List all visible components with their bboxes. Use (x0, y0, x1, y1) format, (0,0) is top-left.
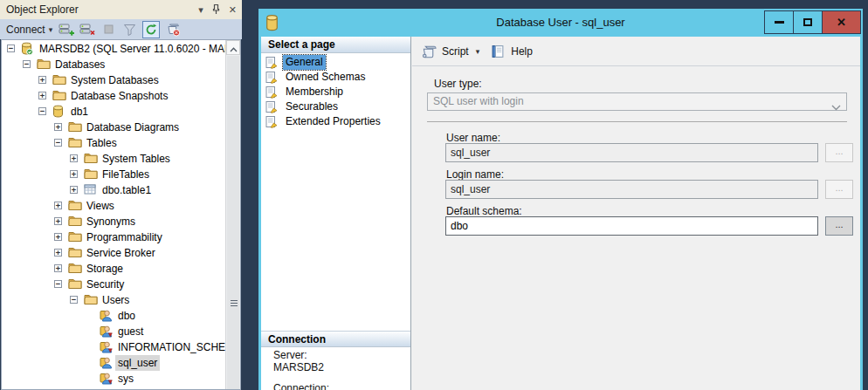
collapse-icon[interactable]: − (54, 280, 62, 288)
tree-item-label[interactable]: Programmability (84, 229, 165, 245)
tree-item-label[interactable]: db1 (68, 104, 91, 120)
maximize-button[interactable] (793, 10, 823, 34)
tree-item-label[interactable]: Tables (84, 135, 120, 151)
collapse-icon[interactable]: − (7, 44, 15, 52)
user-type-dropdown[interactable]: SQL user with login (427, 92, 847, 111)
expand-icon[interactable]: + (54, 264, 62, 272)
expand-icon[interactable]: + (38, 76, 46, 84)
tree-item-label[interactable]: sql_user (115, 355, 160, 371)
tree-item-label[interactable]: guest (115, 324, 146, 339)
tree-item-marsdb2-sql-server-11-0-6020-marsd[interactable]: −MARSDB2 (SQL Server 11.0.6020 - MARSD (2, 41, 226, 57)
collapse-icon[interactable]: − (54, 139, 62, 147)
tree-item-label[interactable]: Databases (52, 57, 107, 72)
page-item-membership[interactable]: Membership (261, 85, 410, 99)
tree-item-label[interactable]: System Databases (68, 72, 162, 88)
dialog-titlebar[interactable]: Database User - sql_user ✕ (258, 9, 863, 37)
window-position-icon[interactable]: ▾ (198, 5, 203, 15)
minimize-button[interactable] (764, 10, 794, 34)
connect-button[interactable]: Connect ▾ (6, 24, 52, 36)
tree-item-filetables[interactable]: +FileTables (2, 167, 226, 182)
tree-item-label[interactable]: Database Diagrams (84, 120, 182, 135)
page-item-label[interactable]: Securables (283, 99, 341, 114)
tree-item-service-broker[interactable]: +Service Broker (2, 245, 226, 261)
disconnect-server-icon[interactable] (79, 22, 95, 38)
pin-icon[interactable] (211, 3, 221, 17)
expand-icon[interactable]: + (70, 154, 78, 162)
expand-icon[interactable]: + (38, 92, 46, 99)
login-name-input[interactable] (445, 180, 818, 199)
tree-item-label[interactable]: Users (100, 292, 132, 308)
minimize-icon (775, 21, 784, 24)
collapse-icon[interactable]: − (38, 107, 46, 115)
collapse-icon[interactable]: − (23, 60, 31, 68)
filter-icon[interactable] (121, 22, 137, 38)
tree-item-storage[interactable]: +Storage (2, 261, 226, 277)
close-icon[interactable]: ✕ (229, 5, 237, 15)
tree-item-label[interactable]: Database Snapshots (68, 88, 170, 104)
tree-item-tables[interactable]: −Tables (2, 135, 226, 151)
page-item-general[interactable]: General (261, 55, 410, 70)
scrollbar-thumb[interactable] (227, 56, 239, 389)
page-item-label[interactable]: Owned Schemas (283, 70, 368, 85)
expand-icon[interactable]: + (54, 123, 62, 131)
page-item-extended-properties[interactable]: Extended Properties (261, 114, 410, 129)
page-item-label[interactable]: Extended Properties (283, 114, 383, 129)
tree-item-label[interactable]: Security (84, 277, 127, 292)
tree-item-system-databases[interactable]: +System Databases (2, 72, 226, 88)
login-name-browse-button[interactable]: ... (825, 180, 853, 199)
connect-server-icon[interactable] (59, 22, 74, 38)
tree-item-label[interactable]: Synonyms (84, 214, 138, 229)
tree-item-label[interactable]: System Tables (100, 151, 173, 167)
script-dropdown-icon[interactable]: ▾ (476, 47, 480, 56)
close-button[interactable]: ✕ (822, 10, 861, 34)
stop-icon[interactable] (100, 22, 116, 38)
tree-item-databases[interactable]: −Databases (2, 57, 226, 72)
collapse-icon[interactable]: − (70, 296, 78, 304)
help-button[interactable]: Help (511, 45, 533, 58)
tree-item-label[interactable]: dbo.table1 (100, 182, 154, 198)
expand-icon[interactable]: + (54, 202, 62, 209)
tree-vertical-scrollbar[interactable] (225, 40, 240, 389)
tree-item-database-diagrams[interactable]: +Database Diagrams (2, 120, 226, 135)
tree-item-label[interactable]: FileTables (100, 167, 152, 182)
tree-item-label[interactable]: INFORMATION_SCHEM (115, 339, 226, 355)
expand-icon[interactable]: + (54, 249, 62, 257)
tree-item-label[interactable]: Storage (84, 261, 126, 277)
tree-item-label[interactable]: sys (115, 371, 136, 387)
tree-item-guest[interactable]: guest (2, 324, 226, 339)
scrollbar-up-button[interactable] (226, 40, 240, 55)
tree-item-database-snapshots[interactable]: +Database Snapshots (2, 88, 226, 104)
refresh-icon[interactable] (142, 21, 160, 38)
expand-icon[interactable]: + (70, 186, 78, 194)
expand-icon[interactable]: + (54, 233, 62, 241)
tree-item-system-tables[interactable]: +System Tables (2, 151, 226, 167)
tree-item-security[interactable]: −Security (2, 277, 226, 292)
tree-item-programmability[interactable]: +Programmability (2, 229, 226, 245)
tree-item-sys[interactable]: sys (2, 371, 226, 387)
tree-item-views[interactable]: +Views (2, 198, 226, 214)
tree-item-label[interactable]: MARSDB2 (SQL Server 11.0.6020 - MARSD (37, 41, 226, 57)
user-name-input[interactable] (445, 143, 818, 162)
tree-item-dbo[interactable]: dbo (2, 308, 226, 324)
page-item-owned-schemas[interactable]: Owned Schemas (261, 70, 410, 85)
expand-icon[interactable]: + (70, 170, 78, 178)
tree-item-db1[interactable]: −db1 (2, 104, 226, 120)
page-item-securables[interactable]: Securables (261, 99, 410, 114)
tree-item-users[interactable]: −Users (2, 292, 226, 308)
expand-icon[interactable]: + (54, 217, 62, 225)
tree-item-label[interactable]: Service Broker (84, 245, 158, 261)
tree-item-dbo-table1[interactable]: +dbo.table1 (2, 182, 226, 198)
script-error-icon[interactable] (165, 22, 181, 38)
tree-item-synonyms[interactable]: +Synonyms (2, 214, 226, 229)
page-item-label[interactable]: Membership (283, 85, 346, 99)
tree-item-sql-user[interactable]: sql_user (2, 355, 226, 371)
user-name-browse-button[interactable]: ... (825, 143, 853, 162)
default-schema-input[interactable] (445, 216, 818, 236)
tree-item-information-schem[interactable]: INFORMATION_SCHEM (2, 339, 226, 355)
tree-item-label[interactable]: dbo (115, 308, 138, 324)
object-explorer-titlebar[interactable]: Object Explorer ▾ ✕ (0, 0, 242, 19)
script-button[interactable]: Script (442, 45, 469, 58)
page-item-label[interactable]: General (283, 55, 326, 70)
default-schema-browse-button[interactable]: ... (825, 216, 853, 236)
tree-item-label[interactable]: Views (84, 198, 117, 214)
